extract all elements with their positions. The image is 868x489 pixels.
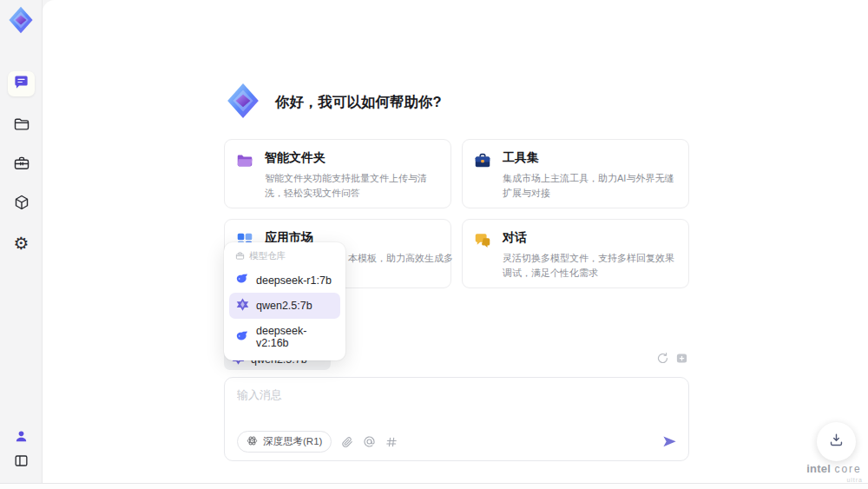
model-option-qwen[interactable]: qwen2.5:7b bbox=[229, 293, 340, 319]
dialog-icon bbox=[473, 230, 494, 277]
deep-think-label: 深度思考(R1) bbox=[263, 435, 322, 448]
card-desc: 集成市场上主流工具，助力AI与外界无缝扩展与对接 bbox=[503, 171, 678, 201]
chat-bubble-icon bbox=[13, 74, 30, 94]
card-smart-folder[interactable]: 智能文件夹 智能文件夹功能支持批量文件上传与清洗，轻松实现文件问答 bbox=[224, 139, 451, 208]
sidebar: ⚙ bbox=[0, 0, 43, 489]
download-button[interactable] bbox=[817, 422, 856, 461]
model-dropdown-header-label: 模型仓库 bbox=[249, 250, 286, 262]
send-button[interactable] bbox=[661, 433, 678, 450]
toolset-icon bbox=[473, 150, 494, 197]
atom-icon bbox=[247, 435, 258, 448]
model-option-label: deepseek-v2:16b bbox=[256, 325, 333, 349]
deepseek-whale-icon bbox=[236, 274, 249, 287]
user-icon bbox=[14, 429, 29, 447]
mention-at-icon[interactable] bbox=[363, 435, 376, 448]
folder-icon bbox=[13, 116, 30, 136]
briefcase-icon bbox=[13, 155, 30, 175]
model-option-deepseek-v2[interactable]: deepseek-v2:16b bbox=[229, 320, 340, 354]
card-desc: 灵活切换多模型文件，支持多样回复效果调试，满足个性化需求 bbox=[503, 251, 678, 281]
sidebar-item-panel-toggle[interactable] bbox=[8, 450, 35, 475]
composer-actions: 深度思考(R1) bbox=[237, 431, 678, 453]
new-chat-icon[interactable] bbox=[675, 352, 688, 365]
sidebar-item-chat[interactable] bbox=[8, 71, 35, 96]
qwen-icon bbox=[236, 298, 249, 314]
greeting-logo-icon bbox=[225, 83, 261, 122]
sidebar-item-apps[interactable] bbox=[8, 191, 35, 216]
deepseek-whale-icon bbox=[236, 331, 249, 344]
model-option-deepseek-r1[interactable]: deepseek-r1:7b bbox=[229, 268, 340, 292]
model-option-label: qwen2.5:7b bbox=[256, 300, 312, 312]
hash-icon[interactable] bbox=[385, 436, 398, 448]
download-icon bbox=[828, 432, 845, 452]
gear-icon: ⚙ bbox=[14, 235, 30, 252]
message-composer: 深度思考(R1) bbox=[224, 377, 689, 461]
greeting-text: 你好，我可以如何帮助你? bbox=[275, 93, 442, 112]
message-input[interactable] bbox=[237, 387, 671, 424]
app-window: ⚙ bbox=[0, 0, 868, 489]
card-title: 工具集 bbox=[503, 150, 678, 166]
card-desc: 智能文件夹功能支持批量文件上传与清洗，轻松实现文件问答 bbox=[265, 171, 440, 201]
model-option-label: deepseek-r1:7b bbox=[256, 274, 332, 287]
core-logo-text: core bbox=[834, 463, 861, 475]
window-bottom-edge bbox=[0, 483, 868, 489]
history-icon[interactable] bbox=[656, 352, 669, 365]
panel-icon bbox=[13, 453, 30, 472]
attachment-icon[interactable] bbox=[341, 436, 353, 448]
smart-folder-icon bbox=[235, 150, 256, 197]
deep-think-toggle[interactable]: 深度思考(R1) bbox=[237, 431, 332, 453]
card-dialog[interactable]: 对话 灵活切换多模型文件，支持多样回复效果调试，满足个性化需求 bbox=[462, 219, 689, 288]
ultra-logo-text: ultra bbox=[800, 477, 868, 483]
sidebar-item-user[interactable] bbox=[8, 426, 35, 451]
card-toolset[interactable]: 工具集 集成市场上主流工具，助力AI与外界无缝扩展与对接 bbox=[462, 139, 689, 208]
greeting-block: 你好，我可以如何帮助你? bbox=[225, 83, 442, 122]
sidebar-item-settings[interactable]: ⚙ bbox=[8, 230, 35, 255]
sidebar-item-folders[interactable] bbox=[8, 113, 35, 138]
model-dropdown: 模型仓库 deepseek-r1:7b qwen2.5:7b bbox=[224, 242, 345, 360]
sidebar-item-toolset[interactable] bbox=[8, 152, 35, 177]
repo-box-icon bbox=[235, 251, 245, 262]
card-title: 对话 bbox=[503, 230, 678, 246]
app-logo-icon[interactable] bbox=[7, 6, 35, 34]
composer-toolbar bbox=[656, 352, 688, 365]
card-title: 智能文件夹 bbox=[265, 150, 440, 166]
cube-icon bbox=[13, 194, 30, 215]
intel-core-badge: intel core ultra bbox=[800, 461, 868, 483]
intel-logo-text: intel bbox=[806, 462, 831, 475]
model-dropdown-header: 模型仓库 bbox=[229, 248, 340, 268]
